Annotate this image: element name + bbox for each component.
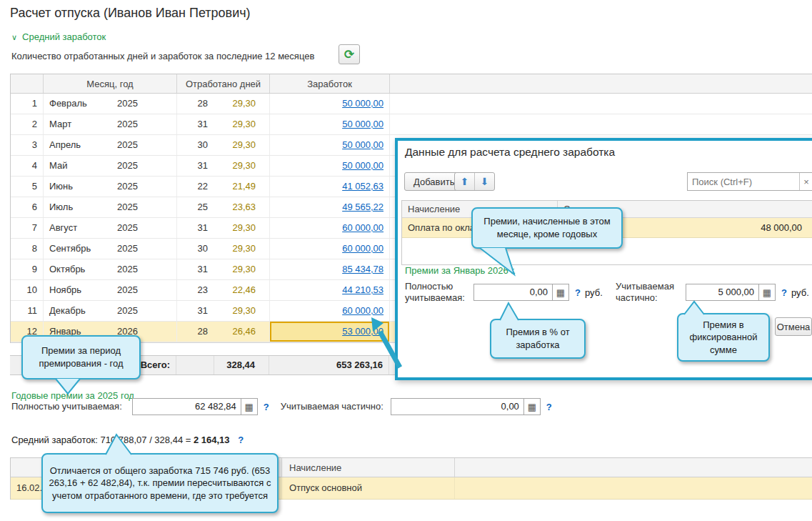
row-days: 31	[177, 218, 215, 238]
row-month: Июнь	[44, 177, 111, 197]
section-label: Средний заработок	[22, 31, 106, 42]
cancel-button[interactable]: Отмена	[775, 317, 812, 336]
row-number: 7	[11, 218, 44, 238]
section-toggle-average-earnings[interactable]: ∨Средний заработок	[11, 31, 106, 42]
row-days: 22	[177, 177, 215, 197]
tooltip-percent-premium: Премия в % от заработка	[490, 319, 586, 359]
chevron-down-icon: ∨	[11, 33, 17, 41]
fully-counted-field-group: Полностью учитываемая: 0,00 ▦ ? руб.	[405, 281, 603, 304]
annual-partially-input[interactable]: 0,00	[391, 398, 524, 415]
row-year: 2025	[111, 259, 177, 279]
fully-input[interactable]: 0,00	[473, 284, 553, 301]
annual-fully-label: Полностью учитываемая:	[11, 398, 122, 415]
calculator-icon[interactable]: ▦	[553, 284, 569, 301]
earnings-amount-link[interactable]: 53 000,00	[342, 326, 384, 337]
row-month: Май	[44, 156, 111, 176]
row-year: 2025	[111, 135, 177, 155]
partially-help-icon[interactable]: ?	[781, 287, 787, 298]
row-avg-days: 29,30	[215, 259, 261, 279]
row-days: 31	[177, 156, 215, 176]
calculator-icon[interactable]: ▦	[524, 398, 541, 415]
row-avg-days: 23,63	[215, 197, 261, 217]
average-earnings-value: 2 164,13	[194, 435, 230, 445]
earnings-table-header: Месяц, год Отработано дней Заработок	[11, 74, 812, 94]
earnings-row[interactable]: 2 Март 2025 31 29,30 50 000,00	[11, 114, 812, 135]
search-box: ×	[687, 172, 812, 191]
row-number: 2	[11, 114, 44, 134]
col-accrual: Начисление	[282, 458, 455, 477]
row-month: Ноябрь	[44, 280, 111, 300]
row-year: 2025	[111, 301, 177, 321]
earnings-amount-link[interactable]: 50 000,00	[342, 119, 384, 129]
refresh-button[interactable]: ⟳	[339, 44, 360, 64]
row-days: 30	[177, 239, 215, 259]
row-year: 2025	[111, 177, 177, 197]
row-avg-days: 29,30	[215, 114, 261, 134]
earnings-amount-link[interactable]: 49 565,22	[342, 202, 384, 212]
row-avg-days: 26,46	[215, 322, 261, 342]
row-month: Апрель	[44, 135, 111, 155]
annual-fully-input[interactable]: 62 482,84	[132, 398, 241, 415]
row-year: 2025	[111, 197, 177, 217]
col-number	[11, 74, 44, 93]
average-earnings-formula: Средний заработок: 710 788,07 / 328,44 =	[11, 435, 191, 445]
monthly-premiums-link[interactable]: Премии за Январь 2026 г.	[405, 265, 516, 276]
col-days-worked: Отработано дней	[177, 74, 270, 93]
earnings-amount-link[interactable]: 85 434,78	[342, 264, 384, 274]
row-month: Февраль	[44, 94, 111, 114]
clear-search-icon[interactable]: ×	[799, 173, 812, 190]
fully-help-icon[interactable]: ?	[575, 287, 581, 298]
row-number: 8	[11, 239, 44, 259]
earnings-amount-link[interactable]: 60 000,00	[342, 222, 384, 233]
col-earnings: Заработок	[270, 74, 390, 93]
row-month: Июль	[44, 197, 111, 217]
earnings-row[interactable]: 1 Февраль 2025 28 29,30 50 000,00	[11, 94, 812, 114]
annual-partially-label: Учитываемая частично:	[281, 398, 384, 415]
calculator-icon[interactable]: ▦	[759, 284, 776, 301]
row-month: Декабрь	[44, 301, 111, 321]
earnings-amount-link[interactable]: 60 000,00	[342, 243, 384, 254]
earnings-amount-link[interactable]: 50 000,00	[342, 139, 384, 150]
move-down-icon[interactable]: ⬇	[475, 173, 494, 190]
row-avg-days: 21,49	[215, 177, 261, 197]
annual-partially-help-icon[interactable]: ?	[546, 402, 552, 412]
calculator-icon[interactable]: ▦	[241, 398, 258, 415]
row-year: 2025	[111, 156, 177, 176]
row-month: Октябрь	[44, 259, 111, 279]
earnings-amount-link[interactable]: 41 052,63	[342, 181, 384, 192]
row-month: Август	[44, 218, 111, 238]
partially-counted-field-group: Учитываемая частично: 5 000,00 ▦ ? руб.	[616, 281, 809, 304]
row-number: 9	[11, 259, 44, 279]
average-earnings-line: Средний заработок: 710 788,07 / 328,44 =…	[11, 435, 244, 445]
earnings-amount-link[interactable]: 44 210,53	[342, 284, 384, 295]
row-number: 1	[11, 94, 44, 114]
annual-fully-help-icon[interactable]: ?	[264, 402, 269, 412]
row-month: Сентябрь	[44, 239, 111, 259]
fully-field: 0,00 ▦	[473, 284, 569, 301]
average-help-icon[interactable]: ?	[238, 435, 244, 445]
fully-label: Полностью учитываемая:	[405, 281, 473, 304]
tooltip-premium-period: Премии за период премирования - год	[21, 335, 141, 379]
total-amount: 653 263,16	[269, 356, 389, 374]
earnings-amount-link[interactable]: 60 000,00	[342, 305, 384, 316]
row-avg-days: 29,30	[215, 239, 261, 259]
currency-label: руб.	[791, 287, 809, 298]
earnings-amount-link[interactable]: 50 000,00	[342, 98, 384, 109]
partially-input[interactable]: 5 000,00	[686, 284, 759, 301]
row-days: 31	[177, 259, 215, 279]
partially-field: 5 000,00 ▦	[686, 284, 776, 301]
row-avg-days: 22,46	[215, 280, 261, 300]
row-avg-days: 29,30	[215, 135, 261, 155]
row-month: Март	[44, 114, 111, 134]
earnings-amount-link[interactable]: 50 000,00	[342, 160, 384, 171]
row-year: 2025	[111, 280, 177, 300]
search-input[interactable]	[688, 173, 799, 190]
dialog-title: Данные для расчета среднего заработка	[405, 146, 615, 159]
row-days: 23	[177, 280, 215, 300]
move-up-icon[interactable]: ⬆	[455, 173, 475, 190]
move-buttons: ⬆ ⬇	[454, 172, 495, 191]
partially-label: Учитываемая частично:	[616, 281, 686, 304]
tooltip-monthly-premiums: Премии, начисленные в этом месяце, кроме…	[471, 207, 623, 249]
row-number: 6	[11, 197, 44, 217]
annual-fully-field: 62 482,84 ▦	[132, 398, 258, 415]
